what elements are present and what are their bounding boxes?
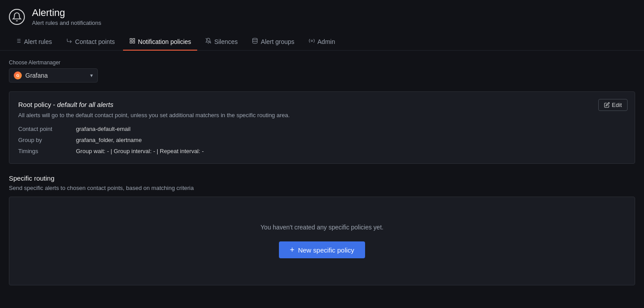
svg-rect-6: [130, 39, 131, 40]
edit-icon: [604, 102, 610, 108]
tab-alert-rules[interactable]: Alert rules: [9, 33, 58, 51]
new-specific-policy-button[interactable]: + New specific policy: [279, 241, 365, 258]
svg-point-12: [311, 40, 313, 42]
contact-point-label: Contact point: [18, 126, 76, 132]
main-content: Choose Alertmanager G Grafana ▾ Root pol…: [0, 51, 644, 294]
notification-policies-icon: [129, 38, 135, 45]
app-header: Alerting Alert rules and notifications: [0, 0, 644, 33]
alertmanager-label: Choose Alertmanager: [9, 59, 635, 66]
plus-icon: +: [290, 246, 294, 254]
contact-point-value: grafana-default-email: [76, 126, 626, 132]
group-by-label: Group by: [18, 137, 76, 143]
svg-rect-9: [130, 42, 131, 43]
empty-state: You haven't created any specific policie…: [9, 197, 635, 285]
tab-silences-label: Silences: [214, 38, 238, 45]
timings-label: Timings: [18, 148, 76, 154]
grafana-icon: G: [14, 71, 22, 79]
header-text: Alerting Alert rules and notifications: [32, 7, 101, 26]
alertmanager-value: Grafana: [25, 72, 87, 79]
tab-admin[interactable]: Admin: [302, 33, 342, 51]
app-title: Alerting: [32, 7, 101, 19]
edit-button[interactable]: Edit: [598, 99, 628, 111]
svg-rect-7: [133, 39, 135, 40]
tab-contact-points-label: Contact points: [75, 38, 115, 45]
tab-silences[interactable]: Silences: [199, 33, 244, 51]
nav-tabs: Alert rules Contact points Notification …: [0, 33, 644, 51]
specific-routing-title: Specific routing: [9, 174, 635, 182]
app-subtitle: Alert rules and notifications: [32, 20, 101, 26]
timings-value: Group wait: - | Group interval: - | Repe…: [76, 148, 626, 154]
alert-rules-icon: [15, 38, 21, 45]
group-by-value: grafana_folder, alertname: [76, 137, 626, 143]
alertmanager-select[interactable]: G Grafana ▾: [9, 68, 98, 83]
tab-alert-rules-label: Alert rules: [24, 38, 52, 45]
svg-rect-8: [133, 42, 135, 43]
empty-state-text: You haven't created any specific policie…: [261, 224, 384, 231]
tab-contact-points[interactable]: Contact points: [60, 33, 121, 51]
policy-details: Contact point grafana-default-email Grou…: [18, 126, 626, 154]
alert-groups-icon: [252, 38, 258, 45]
new-policy-button-label: New specific policy: [298, 246, 354, 254]
app-icon: [9, 9, 25, 25]
admin-icon: [309, 38, 315, 45]
root-policy-title: Root policy - default for all alerts: [18, 101, 626, 108]
svg-point-11: [253, 39, 258, 40]
silences-icon: [205, 38, 211, 45]
tab-alert-groups-label: Alert groups: [261, 38, 294, 45]
specific-routing-subtitle: Send specific alerts to chosen contact p…: [9, 185, 635, 191]
tab-admin-label: Admin: [318, 38, 335, 45]
contact-points-icon: [66, 38, 72, 45]
tab-alert-groups[interactable]: Alert groups: [246, 33, 300, 51]
root-policy-subtitle: All alerts will go to the default contac…: [18, 112, 626, 118]
chevron-down-icon: ▾: [90, 72, 93, 79]
root-policy-card: Root policy - default for all alerts All…: [9, 91, 635, 164]
tab-notification-policies-label: Notification policies: [138, 38, 191, 45]
tab-notification-policies[interactable]: Notification policies: [123, 33, 198, 51]
